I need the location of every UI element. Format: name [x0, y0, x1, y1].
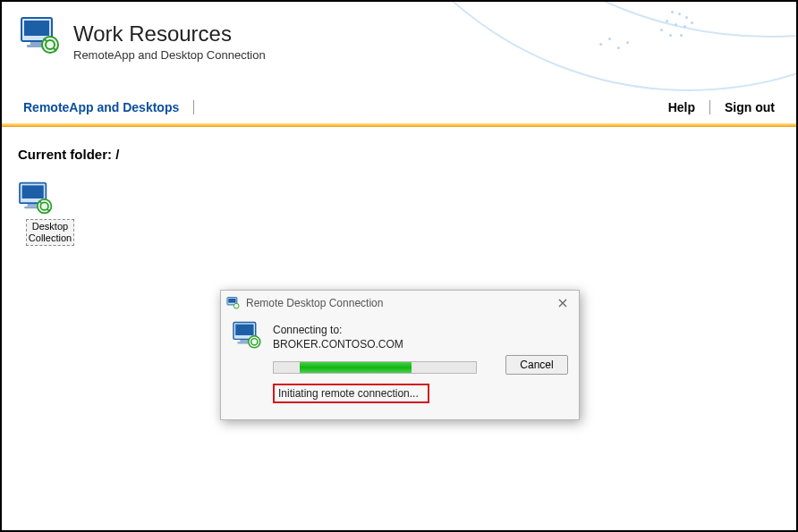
window-frame: Work Resources RemoteApp and Desktop Con…	[0, 0, 798, 532]
svg-rect-14	[235, 325, 253, 335]
page-subtitle: RemoteApp and Desktop Connection	[73, 48, 266, 62]
svg-rect-11	[228, 299, 235, 303]
rdp-item-icon	[18, 182, 55, 215]
dialog-title: Remote Desktop Connection	[246, 297, 383, 309]
dialog-titlebar[interactable]: Remote Desktop Connection	[221, 291, 579, 316]
svg-rect-6	[22, 185, 44, 198]
nav-help[interactable]: Help	[663, 100, 700, 114]
progress-fill	[300, 362, 411, 373]
connecting-host: BROKER.CONTOSO.COM	[273, 337, 403, 351]
svg-rect-7	[28, 204, 38, 207]
svg-rect-2	[30, 42, 43, 45]
nav-divider	[193, 100, 194, 114]
connecting-label: Connecting to:	[273, 323, 403, 337]
rdp-dialog-icon	[226, 297, 241, 309]
nav-divider	[709, 100, 710, 114]
nav-bar: RemoteApp and Desktops Help Sign out	[2, 91, 796, 123]
nav-remoteapp-desktops[interactable]: RemoteApp and Desktops	[18, 100, 184, 114]
content-area: Current folder: / Desktop Collection	[2, 127, 796, 266]
remote-desktop-connection-dialog: Remote Desktop Connection Connecting to:	[220, 290, 580, 420]
current-folder-label: Current folder: /	[18, 147, 780, 162]
cancel-button[interactable]: Cancel	[505, 355, 568, 375]
nav-sign-out[interactable]: Sign out	[719, 100, 780, 114]
page-title: Work Resources	[73, 21, 232, 46]
svg-rect-1	[24, 21, 49, 36]
svg-point-17	[249, 336, 260, 348]
header-banner: Work Resources RemoteApp and Desktop Con…	[2, 2, 796, 91]
desktop-collection-item[interactable]: Desktop Collection	[18, 182, 82, 246]
rdp-logo-icon	[20, 16, 63, 55]
progress-bar	[273, 361, 477, 374]
rdp-body-icon	[232, 321, 264, 350]
dialog-body: Connecting to: BROKER.CONTOSO.COM Cancel…	[221, 316, 579, 419]
svg-rect-15	[240, 340, 249, 342]
dialog-status-highlight: Initiating remote connection...	[273, 384, 429, 403]
svg-point-12	[233, 303, 239, 308]
item-label: Desktop Collection	[26, 219, 74, 246]
close-icon[interactable]	[554, 294, 572, 312]
